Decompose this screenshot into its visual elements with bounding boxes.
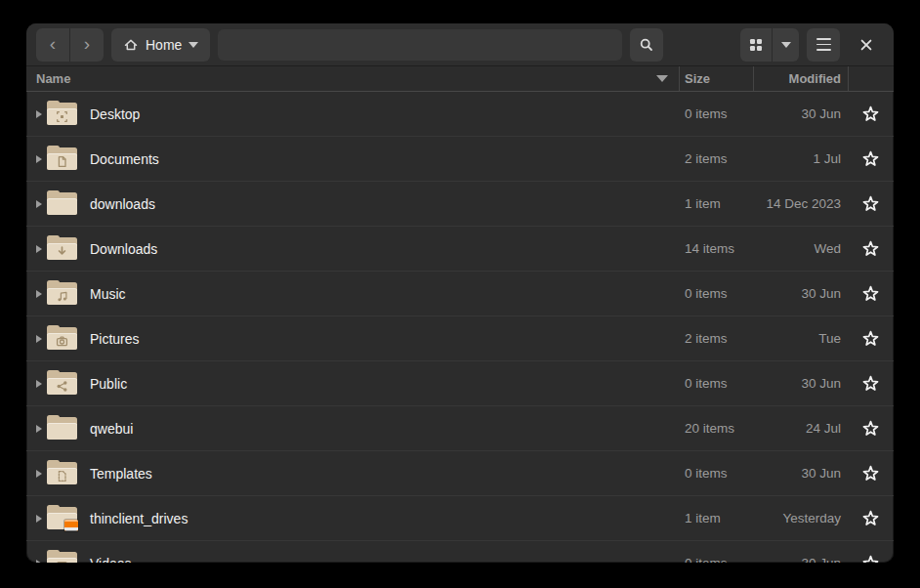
row-expander-cell[interactable]: [26, 425, 47, 433]
document-emblem-icon: [56, 155, 68, 168]
file-name: Pictures: [83, 331, 679, 347]
chevron-down-icon: [188, 42, 198, 48]
row-icon-cell: [47, 506, 83, 530]
folder-icon: [47, 506, 77, 530]
table-row[interactable]: Desktop 0 items 30 Jun: [26, 92, 894, 137]
star-button[interactable]: [848, 195, 894, 212]
main-menu-button[interactable]: [807, 28, 840, 62]
table-row[interactable]: downloads 1 item 14 Dec 2023: [26, 182, 894, 227]
camera-emblem-icon: [56, 335, 68, 348]
row-expander-cell[interactable]: [26, 290, 47, 298]
star-button[interactable]: [848, 420, 894, 437]
file-size: 0 items: [679, 556, 753, 563]
expand-triangle-icon: [36, 110, 42, 118]
table-row[interactable]: Videos 0 items 30 Jun: [26, 541, 894, 563]
star-icon: [862, 195, 879, 212]
expand-triangle-icon: [36, 380, 42, 388]
table-row[interactable]: Templates 0 items 30 Jun: [26, 451, 894, 496]
file-modified: 30 Jun: [753, 106, 848, 121]
back-button[interactable]: ‹: [36, 28, 69, 62]
star-button[interactable]: [848, 105, 894, 122]
view-switcher-group: [740, 28, 799, 62]
row-expander-cell[interactable]: [26, 155, 47, 163]
row-expander-cell[interactable]: [26, 470, 47, 478]
search-button[interactable]: [630, 28, 663, 62]
folder-icon: [47, 416, 77, 441]
row-expander-cell[interactable]: [26, 200, 47, 208]
row-expander-cell[interactable]: [26, 380, 47, 388]
star-button[interactable]: [848, 375, 894, 392]
column-header-modified[interactable]: Modified: [753, 66, 848, 91]
forward-button[interactable]: ›: [70, 28, 104, 62]
file-size: 2 items: [679, 151, 753, 166]
star-button[interactable]: [848, 150, 894, 167]
row-expander-cell[interactable]: [26, 515, 47, 523]
star-icon: [862, 375, 879, 392]
view-options-button[interactable]: [773, 28, 799, 62]
column-header-name[interactable]: Name: [26, 71, 679, 86]
star-button[interactable]: [848, 330, 894, 347]
star-icon: [862, 150, 879, 167]
row-icon-cell: [47, 102, 83, 126]
table-row[interactable]: Pictures 2 items Tue: [26, 316, 894, 361]
file-size: 20 items: [679, 421, 753, 436]
file-size: 0 items: [679, 466, 753, 481]
star-button[interactable]: [848, 285, 894, 302]
row-expander-cell[interactable]: [26, 245, 47, 253]
file-name: downloads: [83, 196, 679, 212]
file-modified: Tue: [753, 331, 848, 346]
grid-view-icon: [750, 39, 762, 51]
expand-triangle-icon: [36, 200, 42, 208]
file-modified: 30 Jun: [753, 286, 848, 301]
table-row[interactable]: Downloads 14 items Wed: [26, 227, 894, 272]
star-button[interactable]: [848, 555, 894, 563]
file-size: 0 items: [679, 286, 753, 301]
star-icon: [862, 510, 879, 526]
expand-triangle-icon: [36, 425, 42, 433]
star-button[interactable]: [848, 510, 894, 526]
download-arrow-emblem-icon: [56, 245, 68, 258]
folder-icon: [47, 102, 77, 126]
list-column-header: Name Size Modified: [26, 66, 894, 92]
table-row[interactable]: Documents 2 items 1 Jul: [26, 137, 894, 182]
home-icon: [123, 37, 139, 53]
drive-emblem-icon: [64, 520, 78, 531]
table-row[interactable]: Music 0 items 30 Jun: [26, 272, 894, 316]
table-row[interactable]: Public 0 items 30 Jun: [26, 361, 894, 406]
file-name: Videos: [83, 556, 679, 564]
row-icon-cell: [47, 551, 83, 563]
row-icon-cell: [47, 236, 83, 261]
current-location-button[interactable]: Home: [111, 28, 210, 62]
star-button[interactable]: [848, 465, 894, 482]
headerbar: ‹ › Home: [26, 23, 894, 66]
file-size: 2 items: [679, 331, 753, 346]
desktop-emblem-icon: [56, 110, 68, 123]
location-bar-input[interactable]: [218, 29, 622, 61]
row-icon-cell: [47, 416, 83, 441]
file-size: 0 items: [679, 106, 753, 121]
expand-triangle-icon: [36, 560, 42, 564]
music-emblem-icon: [56, 290, 68, 303]
file-size: 1 item: [679, 196, 753, 211]
row-expander-cell[interactable]: [26, 560, 47, 564]
row-expander-cell[interactable]: [26, 335, 47, 343]
expand-triangle-icon: [36, 335, 42, 343]
expand-triangle-icon: [36, 515, 42, 523]
window-close-button[interactable]: [853, 31, 880, 59]
table-row[interactable]: qwebui 20 items 24 Jul: [26, 406, 894, 451]
file-name: thinclient_drives: [83, 511, 679, 526]
file-size: 0 items: [679, 376, 753, 391]
row-icon-cell: [47, 326, 83, 351]
star-icon: [862, 330, 879, 347]
file-size: 14 items: [679, 241, 753, 256]
column-header-size[interactable]: Size: [679, 66, 753, 91]
column-name-label: Name: [36, 71, 70, 86]
row-icon-cell: [47, 461, 83, 485]
row-expander-cell[interactable]: [26, 110, 47, 118]
expand-triangle-icon: [36, 290, 42, 298]
star-button[interactable]: [848, 240, 894, 257]
grid-view-button[interactable]: [740, 28, 772, 62]
table-row[interactable]: thinclient_drives 1 item Yesterday: [26, 496, 894, 541]
file-name: Music: [83, 286, 679, 302]
star-icon: [862, 555, 879, 563]
